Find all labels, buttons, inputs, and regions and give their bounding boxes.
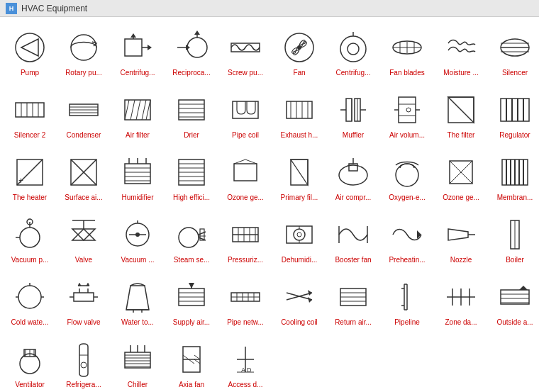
svg-point-2	[71, 35, 96, 60]
item-axia-fan[interactable]: Axia fan	[165, 332, 218, 392]
label-air-filter: Air filter	[112, 131, 163, 139]
item-moisture[interactable]: Moisture ...	[434, 20, 488, 82]
item-fan[interactable]: Fan	[272, 20, 326, 82]
item-preheating[interactable]: Preheatin...	[380, 207, 434, 269]
item-exhaust[interactable]: Exhaust h...	[272, 82, 326, 145]
symbol-return-air	[333, 277, 373, 317]
item-rotary-pump[interactable]: Rotary pu...	[57, 20, 111, 82]
svg-point-108	[20, 228, 40, 247]
item-condenser[interactable]: Condenser	[57, 82, 111, 145]
svg-line-64	[448, 97, 474, 123]
symbol-silencer2	[10, 90, 50, 130]
svg-marker-139	[448, 229, 468, 240]
svg-text:+: +	[18, 176, 23, 186]
item-membrane[interactable]: Membran...	[488, 145, 539, 207]
item-oxygen[interactable]: Oxygen-e...	[380, 145, 434, 207]
item-surface-air[interactable]: Surface ai...	[57, 145, 111, 207]
item-zone-damper[interactable]: Zone da...	[434, 269, 488, 332]
item-centrifugal[interactable]: Centrifug...	[111, 20, 165, 82]
item-ozone-gen1[interactable]: Ozone ge...	[218, 145, 272, 207]
item-silencer2[interactable]: Silencer 2	[3, 82, 57, 145]
empty-cell-5	[488, 332, 539, 392]
symbol-boiler	[495, 215, 535, 254]
item-high-efficiency[interactable]: High effici...	[165, 145, 218, 207]
item-pump[interactable]: Pump	[3, 20, 57, 82]
item-the-filter[interactable]: The filter	[434, 82, 488, 145]
item-vacuum[interactable]: Vacuum ...	[111, 207, 165, 269]
item-regulator[interactable]: Regulator	[488, 82, 539, 145]
symbol-air-compressor	[333, 152, 373, 192]
label-rotary-pump: Rotary pu...	[58, 69, 109, 77]
svg-rect-65	[501, 99, 529, 121]
symbol-membrane	[495, 152, 535, 192]
svg-rect-188	[501, 290, 529, 304]
empty-cell-4	[434, 332, 488, 392]
label-air-compressor: Air compr...	[328, 194, 379, 201]
symbol-valve	[64, 215, 104, 254]
item-primary-filter[interactable]: Primary fil...	[272, 145, 326, 207]
item-vacuum-pump[interactable]: Vacuum p...	[3, 207, 57, 269]
item-the-heater[interactable]: + The heater	[3, 145, 57, 207]
item-pipe-network[interactable]: Pipe netw...	[218, 269, 272, 332]
svg-line-91	[234, 159, 245, 164]
item-access-door[interactable]: A D Access d...	[218, 332, 272, 392]
item-steam[interactable]: Steam se...	[165, 207, 218, 269]
symbol-flow-valve	[64, 277, 104, 317]
item-centrifugal-fan[interactable]: Centrifug...	[326, 20, 380, 82]
label-drier: Drier	[166, 131, 217, 139]
label-membrane: Membran...	[489, 194, 539, 201]
item-pipeline[interactable]: Pipeline	[380, 269, 434, 332]
item-pressurizer[interactable]: Pressuriz...	[218, 207, 272, 269]
item-muffler[interactable]: Muffler	[326, 82, 380, 145]
label-muffler: Muffler	[328, 131, 379, 139]
svg-rect-3	[125, 39, 142, 56]
item-nozzle[interactable]: Nozzle	[434, 207, 488, 269]
item-ventilator[interactable]: Ventilator	[3, 332, 57, 392]
label-pipeline: Pipeline	[382, 318, 433, 326]
item-dehumidifier[interactable]: Dehumidi...	[272, 207, 326, 269]
label-ozone-gen1: Ozone ge...	[220, 194, 271, 201]
item-drier[interactable]: Drier	[165, 82, 218, 145]
svg-point-61	[406, 108, 411, 112]
item-supply-air[interactable]: Supply air...	[165, 269, 218, 332]
symbol-oxygen	[387, 152, 427, 192]
item-return-air[interactable]: Return air...	[326, 269, 380, 332]
equipment-grid: Pump Rotary pu...	[0, 17, 539, 392]
symbol-vacuum	[118, 215, 157, 254]
label-silencer: Silencer	[489, 69, 539, 77]
symbol-screw-pump	[226, 28, 265, 67]
empty-cell-3	[380, 332, 434, 392]
item-air-compressor[interactable]: Air compr...	[326, 145, 380, 207]
item-fan-blades[interactable]: Fan blades	[380, 20, 434, 82]
svg-point-0	[16, 33, 44, 62]
item-silencer[interactable]: Silencer	[488, 20, 539, 82]
item-ozone-gen2[interactable]: Ozone ge...	[434, 145, 488, 207]
label-high-efficiency: High effici...	[166, 194, 217, 201]
item-water-tower[interactable]: Water to...	[111, 269, 165, 332]
item-cooling-coil[interactable]: Cooling coil	[272, 269, 326, 332]
item-booster-fan[interactable]: Booster fan	[326, 207, 380, 269]
svg-point-8	[187, 38, 207, 57]
item-humidifier[interactable]: Humidifier	[111, 145, 165, 207]
item-flow-valve[interactable]: Flow valve	[57, 269, 111, 332]
item-air-volume[interactable]: Air volum...	[380, 82, 434, 145]
item-reciprocating[interactable]: Reciproca...	[165, 20, 218, 82]
svg-line-35	[130, 100, 135, 120]
svg-line-92	[245, 159, 257, 164]
item-boiler[interactable]: Boiler	[488, 207, 539, 269]
label-preheating: Preheatin...	[382, 256, 433, 264]
svg-line-36	[136, 100, 140, 120]
symbol-access-door: A D	[226, 340, 265, 379]
item-screw-pump[interactable]: Screw pu...	[218, 20, 272, 82]
svg-marker-172	[308, 290, 312, 296]
label-centrifugal: Centrifug...	[112, 69, 163, 77]
label-pump: Pump	[4, 69, 55, 77]
item-pipe-coil[interactable]: Pipe coil	[218, 82, 272, 145]
item-cold-water[interactable]: Cold wate...	[3, 269, 57, 332]
item-chiller[interactable]: Chiller	[111, 332, 165, 392]
item-outside-air[interactable]: Outside a...	[488, 269, 539, 332]
item-valve[interactable]: Valve	[57, 207, 111, 269]
item-refrigerator[interactable]: Refrigera...	[57, 332, 111, 392]
item-air-filter[interactable]: Air filter	[111, 82, 165, 145]
label-silencer2: Silencer 2	[4, 131, 55, 139]
